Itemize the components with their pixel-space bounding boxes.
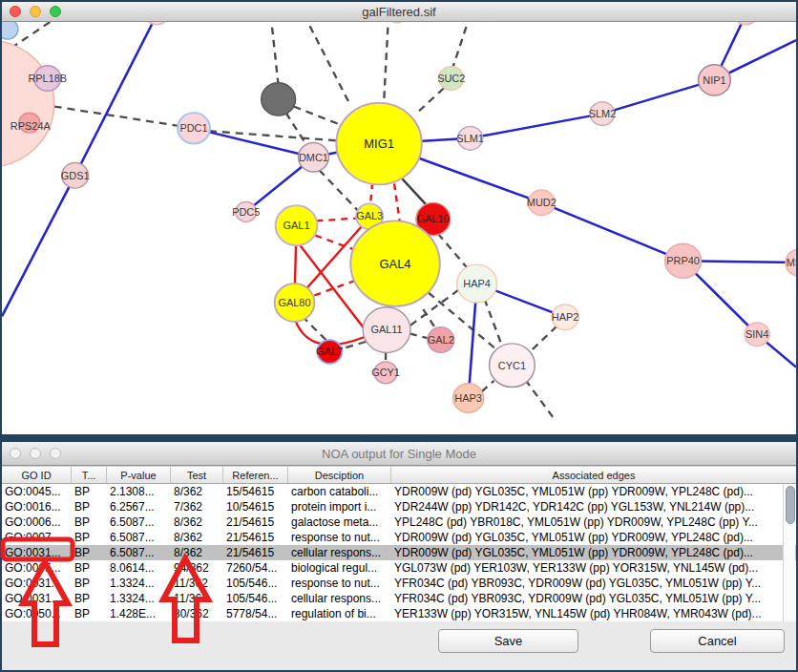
node-label: GAL7 [316, 346, 343, 357]
node-MSL1[interactable]: MSL1 [786, 249, 796, 277]
node-HAP4[interactable]: HAP4 [457, 264, 497, 303]
node-partial-top-left[interactable] [2, 22, 18, 39]
table-row[interactable]: GO:0050... BP 1.428E... 80/362 5778/54..… [2, 606, 796, 621]
table-row[interactable]: GO:0045... BP 2.1308... 8/362 15/54615 c… [2, 484, 796, 499]
node-label: NIP1 [703, 74, 725, 86]
column-header-p-value[interactable]: P-value [107, 467, 171, 483]
node-partial-top[interactable] [144, 22, 169, 25]
node-label: PRP40 [666, 255, 700, 266]
cell-reference: 21/54615 [223, 514, 288, 530]
node-PDC1[interactable]: PDC1 [178, 113, 210, 143]
node-GDS1[interactable]: GDS1 [61, 163, 90, 189]
cell-go-id: GO:0065... [2, 560, 72, 576]
node-SUC2[interactable]: SUC2 [437, 67, 465, 91]
table-row[interactable]: GO:0007... BP 6.5087... 8/362 21/54615 r… [2, 530, 796, 545]
column-header-description[interactable]: Desciption [288, 467, 391, 483]
cell-associated-edges: YGL073W (pd) YER103W, YER133W (pp) YOR31… [391, 560, 796, 576]
cell-test: 8/362 [171, 530, 223, 545]
node-GAL7[interactable]: GAL7 [316, 340, 343, 364]
cell-description: cellular respons... [288, 591, 391, 606]
node-SLM2[interactable]: SLM2 [589, 102, 617, 126]
noa-titlebar[interactable]: NOA output for Single Mode [2, 442, 796, 466]
table-row[interactable]: GO:0016... BP 6.2567... 7/362 10/54615 p… [2, 499, 796, 514]
scrollbar-thumb[interactable] [786, 486, 795, 524]
node-SLM1[interactable]: SLM1 [456, 126, 484, 150]
cell-go-id: GO:0016... [2, 499, 72, 514]
cell-go-id: GO:0007... [2, 530, 72, 545]
node-label: GAL2 [428, 334, 454, 346]
table-row[interactable]: GO:0031... BP 6.5087... 8/362 21/54615 c… [2, 545, 796, 560]
cell-p-value: 8.0614... [107, 560, 171, 576]
node-GAL80[interactable]: GAL80 [275, 284, 315, 322]
zoom-button[interactable] [50, 6, 61, 17]
node-HAP2[interactable]: HAP2 [552, 304, 579, 330]
node-NIP1[interactable]: NIP1 [698, 65, 730, 95]
table-row[interactable]: GO:0006... BP 6.5087... 8/362 21/54615 g… [2, 514, 796, 530]
node-MIG1[interactable]: MIG1 [336, 103, 422, 185]
node-partial-top-green[interactable] [387, 22, 408, 23]
node-label: GAL80 [278, 297, 310, 308]
node-label: SLM2 [589, 108, 617, 119]
cell-test: 8/362 [171, 545, 223, 560]
node-label: GAL4 [379, 258, 410, 271]
node-HAP3[interactable]: HAP3 [453, 384, 484, 412]
node-unlabeled-gray[interactable] [262, 83, 296, 116]
table-row[interactable]: GO:0031... BP 1.3324... 11/362 105/546..… [2, 591, 796, 606]
cell-associated-edges: YDR009W (pd) YGL035C, YML051W (pp) YDR00… [391, 545, 796, 560]
cell-test: 7/362 [171, 499, 223, 514]
save-button[interactable]: Save [438, 629, 578, 653]
node-CYC1[interactable]: CYC1 [490, 344, 536, 388]
minimize-button[interactable] [30, 6, 41, 17]
node-GAL11[interactable]: GAL11 [363, 307, 410, 353]
column-header-test[interactable]: Test [171, 467, 223, 483]
node-label: MUD2 [527, 197, 556, 208]
column-header-reference[interactable]: Referen... [223, 467, 288, 483]
cell-go-id: GO:0031... [2, 591, 72, 606]
node-PRP40[interactable]: PRP40 [665, 243, 702, 278]
cell-go-id: GO:0045... [2, 484, 72, 499]
column-header-type[interactable]: T... [72, 467, 107, 483]
cell-p-value: 1.3324... [107, 576, 171, 591]
cell-reference: 21/54615 [223, 545, 288, 560]
column-header-associated-edges[interactable]: Associated edges [391, 467, 796, 483]
cell-associated-edges: YDR009W (pd) YGL035C, YML051W (pp) YDR00… [391, 484, 796, 499]
node-partial-top-right[interactable] [733, 22, 758, 25]
table-row[interactable]: GO:0031... BP 1.3324... 11/362 105/546..… [2, 576, 796, 591]
cell-reference: 5778/54... [223, 606, 288, 621]
node-SIN4[interactable]: SIN4 [745, 323, 769, 346]
node-label: SIN4 [746, 328, 768, 340]
node-GAL4[interactable]: GAL4 [350, 220, 440, 305]
node-label: HAP3 [454, 392, 482, 404]
close-button[interactable] [10, 6, 21, 17]
cell-associated-edges: YFR034C (pd) YBR093C, YDR009W (pd) YGL03… [391, 576, 796, 591]
node-GCY1[interactable]: GCY1 [371, 362, 400, 384]
table-scrollbar[interactable] [783, 484, 795, 621]
cell-p-value: 6.5087... [107, 545, 171, 560]
network-titlebar[interactable]: galFiltered.sif [2, 2, 796, 22]
node-GAL1[interactable]: GAL1 [276, 205, 318, 245]
cell-associated-edges: YDR009W (pd) YGL035C, YML051W (pp) YDR00… [391, 530, 796, 545]
cell-type: BP [72, 530, 107, 545]
node-label: RPS24A [10, 120, 52, 132]
table-row[interactable]: GO:0065... BP 8.0614... 94/362 7260/54..… [2, 560, 796, 576]
node-label: GAL1 [284, 220, 310, 231]
node-label: GAL3 [356, 211, 383, 222]
network-canvas[interactable]: RPL18B RPS24A GDS1 PDC1 PDC5 DMC1 MIG1 [2, 22, 796, 435]
zoom-button[interactable] [50, 448, 61, 459]
cell-description: galactose meta... [288, 514, 391, 530]
cell-p-value: 1.3324... [107, 591, 171, 606]
cell-go-id: GO:0006... [2, 514, 72, 530]
column-header-go-id[interactable]: GO ID [2, 467, 72, 483]
noa-output-window: NOA output for Single Mode GO ID T... P-… [2, 442, 796, 670]
cell-description: carbon cataboli... [288, 484, 391, 499]
cell-p-value: 6.5087... [107, 530, 171, 545]
node-DMC1[interactable]: DMC1 [299, 143, 329, 172]
minimize-button[interactable] [30, 448, 41, 459]
node-GAL2[interactable]: GAL2 [428, 327, 454, 353]
node-partial-left[interactable] [2, 40, 54, 167]
cell-description: protein import i... [288, 499, 391, 514]
cancel-button[interactable]: Cancel [650, 629, 785, 653]
close-button[interactable] [10, 448, 21, 459]
cell-description: regulation of bi... [288, 606, 391, 621]
node-MUD2[interactable]: MUD2 [527, 190, 556, 216]
